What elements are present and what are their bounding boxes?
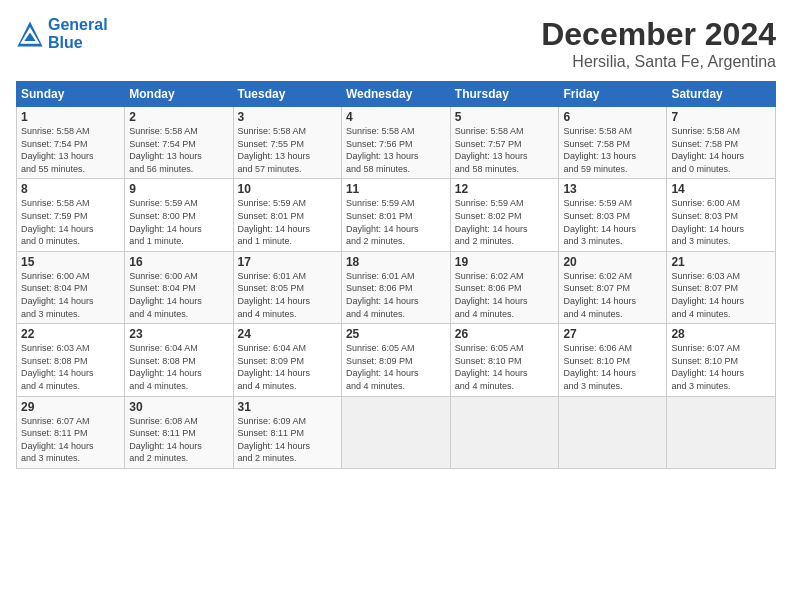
table-row: 28Sunrise: 6:07 AM Sunset: 8:10 PM Dayli…	[667, 324, 776, 396]
table-row: 31Sunrise: 6:09 AM Sunset: 8:11 PM Dayli…	[233, 396, 341, 468]
table-row: 5Sunrise: 5:58 AM Sunset: 7:57 PM Daylig…	[450, 107, 559, 179]
calendar-row-2: 8Sunrise: 5:58 AM Sunset: 7:59 PM Daylig…	[17, 179, 776, 251]
table-row: 23Sunrise: 6:04 AM Sunset: 8:08 PM Dayli…	[125, 324, 233, 396]
table-row: 7Sunrise: 5:58 AM Sunset: 7:58 PM Daylig…	[667, 107, 776, 179]
col-sunday: Sunday	[17, 82, 125, 107]
col-tuesday: Tuesday	[233, 82, 341, 107]
title-area: December 2024 Hersilia, Santa Fe, Argent…	[541, 16, 776, 71]
col-monday: Monday	[125, 82, 233, 107]
table-row: 1Sunrise: 5:58 AM Sunset: 7:54 PM Daylig…	[17, 107, 125, 179]
table-row: 20Sunrise: 6:02 AM Sunset: 8:07 PM Dayli…	[559, 251, 667, 323]
table-row: 21Sunrise: 6:03 AM Sunset: 8:07 PM Dayli…	[667, 251, 776, 323]
table-row: 13Sunrise: 5:59 AM Sunset: 8:03 PM Dayli…	[559, 179, 667, 251]
table-row: 30Sunrise: 6:08 AM Sunset: 8:11 PM Dayli…	[125, 396, 233, 468]
table-row	[559, 396, 667, 468]
header-row: Sunday Monday Tuesday Wednesday Thursday…	[17, 82, 776, 107]
table-row: 9Sunrise: 5:59 AM Sunset: 8:00 PM Daylig…	[125, 179, 233, 251]
table-row: 15Sunrise: 6:00 AM Sunset: 8:04 PM Dayli…	[17, 251, 125, 323]
location-title: Hersilia, Santa Fe, Argentina	[541, 53, 776, 71]
table-row: 17Sunrise: 6:01 AM Sunset: 8:05 PM Dayli…	[233, 251, 341, 323]
col-saturday: Saturday	[667, 82, 776, 107]
table-row: 2Sunrise: 5:58 AM Sunset: 7:54 PM Daylig…	[125, 107, 233, 179]
table-row: 27Sunrise: 6:06 AM Sunset: 8:10 PM Dayli…	[559, 324, 667, 396]
calendar-row-4: 22Sunrise: 6:03 AM Sunset: 8:08 PM Dayli…	[17, 324, 776, 396]
table-row: 26Sunrise: 6:05 AM Sunset: 8:10 PM Dayli…	[450, 324, 559, 396]
table-row: 14Sunrise: 6:00 AM Sunset: 8:03 PM Dayli…	[667, 179, 776, 251]
col-friday: Friday	[559, 82, 667, 107]
calendar-row-3: 15Sunrise: 6:00 AM Sunset: 8:04 PM Dayli…	[17, 251, 776, 323]
col-thursday: Thursday	[450, 82, 559, 107]
table-row	[450, 396, 559, 468]
table-row: 8Sunrise: 5:58 AM Sunset: 7:59 PM Daylig…	[17, 179, 125, 251]
calendar-table: Sunday Monday Tuesday Wednesday Thursday…	[16, 81, 776, 469]
calendar-row-5: 29Sunrise: 6:07 AM Sunset: 8:11 PM Dayli…	[17, 396, 776, 468]
logo-icon	[16, 20, 44, 48]
table-row: 16Sunrise: 6:00 AM Sunset: 8:04 PM Dayli…	[125, 251, 233, 323]
table-row: 22Sunrise: 6:03 AM Sunset: 8:08 PM Dayli…	[17, 324, 125, 396]
col-wednesday: Wednesday	[341, 82, 450, 107]
table-row: 19Sunrise: 6:02 AM Sunset: 8:06 PM Dayli…	[450, 251, 559, 323]
table-row: 12Sunrise: 5:59 AM Sunset: 8:02 PM Dayli…	[450, 179, 559, 251]
table-row: 10Sunrise: 5:59 AM Sunset: 8:01 PM Dayli…	[233, 179, 341, 251]
logo: General Blue	[16, 16, 108, 52]
table-row: 18Sunrise: 6:01 AM Sunset: 8:06 PM Dayli…	[341, 251, 450, 323]
table-row: 3Sunrise: 5:58 AM Sunset: 7:55 PM Daylig…	[233, 107, 341, 179]
table-row: 6Sunrise: 5:58 AM Sunset: 7:58 PM Daylig…	[559, 107, 667, 179]
table-row: 11Sunrise: 5:59 AM Sunset: 8:01 PM Dayli…	[341, 179, 450, 251]
table-row	[341, 396, 450, 468]
table-row: 25Sunrise: 6:05 AM Sunset: 8:09 PM Dayli…	[341, 324, 450, 396]
table-row: 29Sunrise: 6:07 AM Sunset: 8:11 PM Dayli…	[17, 396, 125, 468]
table-row	[667, 396, 776, 468]
calendar-row-1: 1Sunrise: 5:58 AM Sunset: 7:54 PM Daylig…	[17, 107, 776, 179]
table-row: 24Sunrise: 6:04 AM Sunset: 8:09 PM Dayli…	[233, 324, 341, 396]
page-header: General Blue December 2024 Hersilia, San…	[16, 16, 776, 71]
month-title: December 2024	[541, 16, 776, 53]
logo-text: General Blue	[48, 16, 108, 52]
table-row: 4Sunrise: 5:58 AM Sunset: 7:56 PM Daylig…	[341, 107, 450, 179]
